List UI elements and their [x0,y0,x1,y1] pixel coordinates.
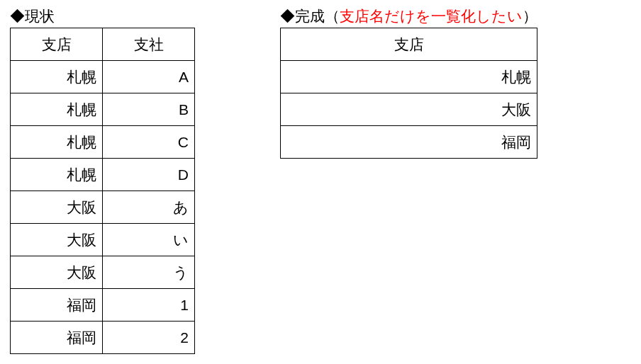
right-section: ◆完成（支店名だけを一覧化したい） 支店 札幌 大阪 福岡 [280,6,537,159]
right-title-paren-open: （ [325,8,340,24]
table-row: 大阪 い [11,224,195,256]
right-title-prefix: ◆ [280,8,295,24]
table-row: 大阪 う [11,256,195,289]
left-cell-office: B [103,93,195,126]
left-title-text: 現状 [25,8,55,24]
left-cell-branch: 大阪 [11,224,103,256]
table-row: 札幌 A [11,61,195,93]
left-cell-branch: 大阪 [11,256,103,289]
left-section: ◆現状 支店 支社 札幌 A 札幌 B 札幌 C [10,6,195,354]
right-title-paren-close: ） [523,8,537,24]
left-cell-branch: 札幌 [11,159,103,191]
left-cell-branch: 大阪 [11,191,103,224]
table-row: 札幌 D [11,159,195,191]
left-cell-branch: 札幌 [11,126,103,159]
right-title: ◆完成（支店名だけを一覧化したい） [280,6,537,26]
table-row: 福岡 [281,126,537,159]
right-header-branch: 支店 [281,28,537,61]
left-header-branch: 支店 [11,28,103,61]
table-row: 福岡 2 [11,322,195,354]
right-cell-branch: 福岡 [281,126,537,159]
left-cell-office: A [103,61,195,93]
right-cell-branch: 札幌 [281,61,537,93]
left-cell-office: い [103,224,195,256]
left-cell-office: D [103,159,195,191]
left-cell-office: 1 [103,289,195,322]
right-cell-branch: 大阪 [281,93,537,126]
left-cell-office: 2 [103,322,195,354]
left-cell-office: う [103,256,195,289]
table-row: 札幌 C [11,126,195,159]
left-cell-office: あ [103,191,195,224]
table-header-row: 支店 [281,28,537,61]
left-cell-branch: 福岡 [11,289,103,322]
left-title: ◆現状 [10,6,195,26]
table-row: 大阪 [281,93,537,126]
left-header-office: 支社 [103,28,195,61]
right-title-text: 完成 [295,8,325,24]
left-cell-branch: 札幌 [11,93,103,126]
right-title-note: 支店名だけを一覧化したい [340,8,523,24]
left-cell-branch: 札幌 [11,61,103,93]
table-row: 大阪 あ [11,191,195,224]
right-table: 支店 札幌 大阪 福岡 [280,28,537,159]
table-header-row: 支店 支社 [11,28,195,61]
table-row: 福岡 1 [11,289,195,322]
table-row: 札幌 [281,61,537,93]
left-title-prefix: ◆ [10,8,25,24]
table-row: 札幌 B [11,93,195,126]
left-cell-branch: 福岡 [11,322,103,354]
left-table: 支店 支社 札幌 A 札幌 B 札幌 C 札幌 [10,28,195,354]
left-cell-office: C [103,126,195,159]
